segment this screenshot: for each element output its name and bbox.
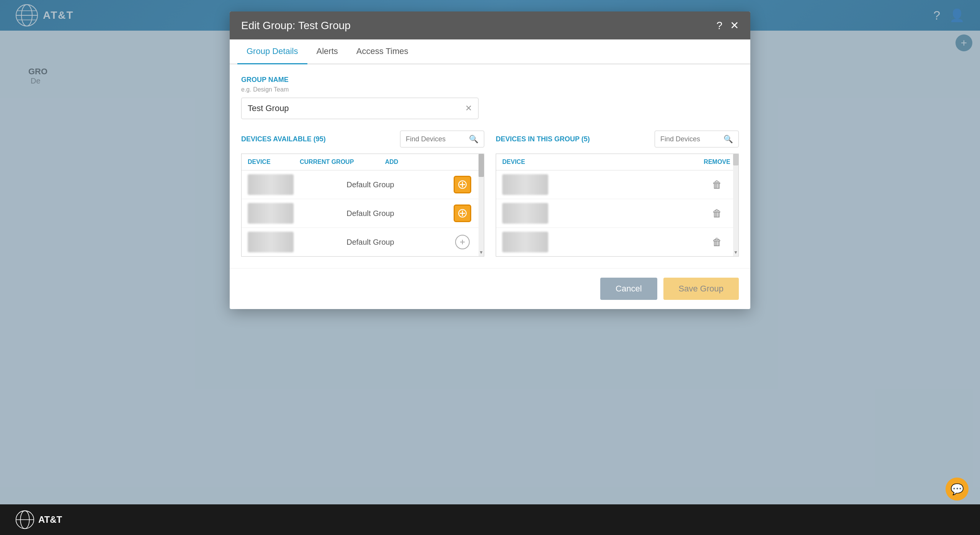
group-table-head: DEVICE REMOVE: [496, 154, 738, 170]
devices-in-group-label: DEVICES IN THIS GROUP (5): [496, 135, 590, 143]
add-cell: [447, 205, 478, 222]
plus-icon-gray: [459, 239, 466, 245]
add-device-button[interactable]: [454, 205, 471, 222]
find-devices-group-input[interactable]: [660, 135, 720, 143]
device-thumbnail: [502, 203, 548, 224]
device-thumbnail: [248, 203, 294, 224]
scrollbar-thumb[interactable]: [479, 154, 484, 177]
remove-cell: 🗑: [702, 236, 732, 248]
group-device-cell: [502, 203, 702, 224]
chat-bubble-icon: 💬: [951, 483, 964, 496]
scroll-down-arrow-right[interactable]: ▼: [733, 249, 738, 256]
remove-cell: 🗑: [702, 208, 732, 219]
available-devices-table: DEVICE CURRENT GROUP ADD Default Group: [241, 154, 484, 257]
available-devices-panel: DEVICES AVAILABLE (95) 🔍 DEVICE CURRENT …: [241, 131, 484, 257]
modal-footer: Cancel Save Group: [230, 268, 750, 309]
clear-input-icon[interactable]: ✕: [465, 103, 472, 113]
find-devices-group-wrap: 🔍: [655, 131, 739, 147]
group-devices-header: DEVICES IN THIS GROUP (5) 🔍: [496, 131, 739, 147]
devices-available-label: DEVICES AVAILABLE (95): [241, 135, 326, 143]
scrollbar-track[interactable]: ▼: [479, 154, 484, 256]
group-name-input[interactable]: [248, 103, 465, 113]
bottom-bar: AT&T: [0, 504, 980, 535]
group-devices-table: DEVICE REMOVE 🗑: [496, 154, 739, 257]
device-thumbnail: [502, 174, 548, 195]
scrollbar-track-right[interactable]: ▼: [733, 154, 738, 256]
scrollbar-thumb-right[interactable]: [733, 154, 738, 165]
modal-overlay: Edit Group: Test Group ? ✕ Group Details…: [0, 0, 980, 535]
modal-header: Edit Group: Test Group ? ✕: [230, 11, 750, 39]
current-group-value: Default Group: [294, 238, 447, 247]
table-row: Default Group: [242, 170, 484, 199]
device-thumbnail: [248, 174, 294, 195]
tab-access-times[interactable]: Access Times: [347, 39, 418, 64]
modal-help-icon[interactable]: ?: [716, 20, 722, 32]
modal-header-icons: ? ✕: [716, 19, 739, 32]
cancel-button[interactable]: Cancel: [600, 278, 657, 300]
th-device-group: DEVICE: [502, 159, 702, 165]
th-device: DEVICE: [248, 159, 300, 165]
footer-att-text: AT&T: [38, 514, 62, 525]
group-table-body: 🗑 🗑: [496, 170, 738, 256]
search-available-icon: 🔍: [469, 134, 479, 144]
th-add: ADD: [376, 159, 407, 165]
find-devices-available-input[interactable]: [406, 135, 466, 143]
modal-body: GROUP NAME e.g. Design Team ✕ DEVICES AV…: [230, 64, 750, 268]
search-group-icon: 🔍: [724, 134, 733, 144]
group-devices-panel: DEVICES IN THIS GROUP (5) 🔍 DEVICE REMOV…: [496, 131, 739, 257]
th-remove: REMOVE: [702, 159, 732, 165]
add-cell: [447, 176, 478, 193]
available-devices-header: DEVICES AVAILABLE (95) 🔍: [241, 131, 484, 147]
modal-title: Edit Group: Test Group: [241, 20, 351, 32]
add-device-button-inactive[interactable]: [455, 235, 470, 249]
th-current-group: CURRENT GROUP: [300, 159, 376, 165]
remove-device-button[interactable]: 🗑: [712, 236, 722, 248]
group-device-cell: [502, 232, 702, 252]
device-thumbnail: [502, 232, 548, 252]
tab-alerts[interactable]: Alerts: [307, 39, 347, 64]
devices-section: DEVICES AVAILABLE (95) 🔍 DEVICE CURRENT …: [241, 131, 739, 257]
group-device-cell: [502, 174, 702, 195]
add-cell: [447, 235, 478, 249]
tab-group-details[interactable]: Group Details: [237, 39, 307, 64]
available-table-head: DEVICE CURRENT GROUP ADD: [242, 154, 484, 170]
table-row: Default Group: [242, 199, 484, 228]
table-row: 🗑: [496, 228, 738, 256]
plus-icon: [458, 209, 467, 218]
table-row: 🗑: [496, 170, 738, 199]
modal-close-icon[interactable]: ✕: [730, 19, 739, 32]
current-group-value: Default Group: [294, 180, 447, 189]
current-group-value: Default Group: [294, 209, 447, 218]
remove-device-button[interactable]: 🗑: [712, 208, 722, 219]
table-row: Default Group: [242, 228, 484, 256]
scroll-down-arrow[interactable]: ▼: [479, 249, 484, 256]
group-name-label: GROUP NAME: [241, 76, 739, 84]
group-name-hint: e.g. Design Team: [241, 86, 739, 93]
table-row: 🗑: [496, 199, 738, 228]
save-group-button[interactable]: Save Group: [663, 278, 739, 300]
plus-icon: [458, 180, 467, 189]
modal: Edit Group: Test Group ? ✕ Group Details…: [230, 11, 750, 309]
available-table-body: Default Group: [242, 170, 484, 256]
find-devices-available-wrap: 🔍: [400, 131, 484, 147]
group-name-input-wrap: ✕: [241, 98, 479, 119]
remove-device-button[interactable]: 🗑: [712, 179, 722, 191]
chat-bubble-button[interactable]: 💬: [946, 478, 969, 501]
remove-cell: 🗑: [702, 179, 732, 191]
att-footer-logo: [15, 510, 34, 529]
add-device-button[interactable]: [454, 176, 471, 193]
device-thumbnail: [248, 232, 294, 252]
modal-tabs: Group Details Alerts Access Times: [230, 39, 750, 64]
